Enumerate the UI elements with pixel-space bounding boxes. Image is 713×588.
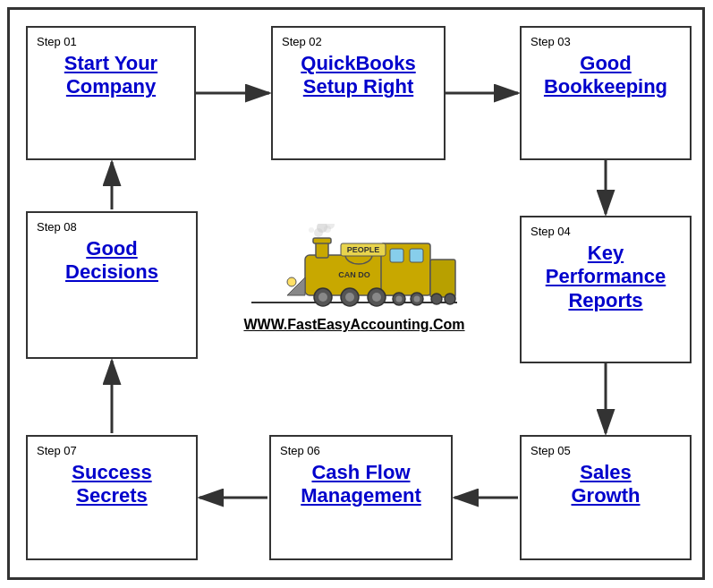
step-06-box: Step 06 Cash Flow Management bbox=[269, 435, 453, 560]
svg-point-13 bbox=[318, 293, 327, 302]
svg-point-17 bbox=[372, 293, 381, 302]
svg-point-25 bbox=[287, 277, 296, 286]
step-04-box: Step 04 Key Performance Reports bbox=[520, 216, 692, 363]
website-url: WWW.FastEasyAccounting.Com bbox=[243, 317, 464, 333]
step-05-label: Step 05 bbox=[531, 444, 681, 457]
step-03-title: Good Bookkeeping bbox=[531, 52, 681, 99]
step-01-title: Start Your Company bbox=[37, 52, 185, 99]
step-05-box: Step 05 Sales Growth bbox=[520, 435, 692, 560]
step-01-box: Step 01 Start Your Company bbox=[26, 26, 196, 160]
svg-text:PEOPLE: PEOPLE bbox=[347, 245, 380, 254]
step-04-title: Key Performance Reports bbox=[531, 242, 681, 312]
svg-point-10 bbox=[309, 227, 314, 233]
step-08-title: Good Decisions bbox=[37, 237, 187, 285]
step-07-box: Step 07 Success Secrets bbox=[26, 435, 198, 560]
step-03-label: Step 03 bbox=[531, 35, 681, 48]
step-02-label: Step 02 bbox=[282, 35, 435, 48]
main-container: Step 01 Start Your Company Step 02 Quick… bbox=[7, 7, 705, 580]
step-08-box: Step 08 Good Decisions bbox=[26, 211, 198, 359]
step-07-label: Step 07 bbox=[37, 444, 187, 457]
svg-point-21 bbox=[414, 296, 420, 303]
step-02-box: Step 02 QuickBooks Setup Right bbox=[271, 26, 446, 160]
svg-point-19 bbox=[396, 296, 403, 303]
step-03-box: Step 03 Good Bookkeeping bbox=[520, 26, 692, 160]
center-content: CAN DO PEOPLE WWW.FastEasyAccounting.Com bbox=[202, 189, 506, 368]
step-06-label: Step 06 bbox=[280, 444, 442, 457]
step-04-label: Step 04 bbox=[531, 225, 681, 238]
step-05-title: Sales Growth bbox=[531, 461, 681, 508]
svg-point-15 bbox=[345, 293, 354, 302]
svg-rect-4 bbox=[390, 249, 403, 262]
svg-rect-26 bbox=[430, 260, 455, 297]
step-07-title: Success Secrets bbox=[37, 461, 187, 508]
step-02-title: QuickBooks Setup Right bbox=[282, 52, 435, 99]
svg-rect-5 bbox=[410, 249, 423, 262]
svg-point-27 bbox=[431, 294, 442, 304]
step-08-label: Step 08 bbox=[37, 220, 187, 234]
step-06-title: Cash Flow Management bbox=[280, 461, 442, 508]
svg-text:CAN DO: CAN DO bbox=[338, 270, 370, 279]
step-01-label: Step 01 bbox=[37, 35, 185, 48]
svg-point-28 bbox=[445, 294, 455, 304]
svg-rect-7 bbox=[313, 238, 331, 243]
train-image: CAN DO PEOPLE bbox=[251, 224, 457, 313]
